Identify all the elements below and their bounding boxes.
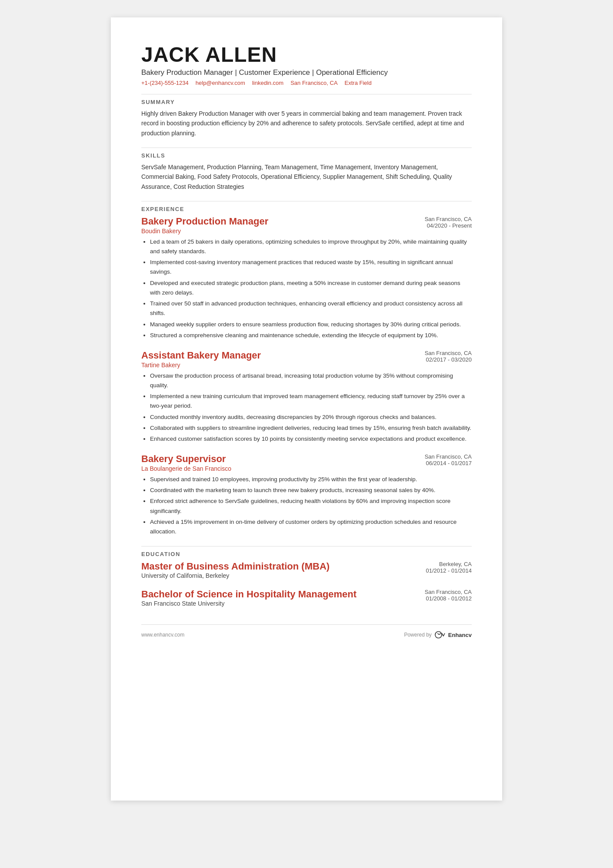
experience-label: EXPERIENCE: [141, 206, 472, 212]
contact-info: +1-(234)-555-1234 help@enhancv.com linke…: [141, 80, 472, 86]
contact-linkedin: linkedin.com: [252, 80, 283, 86]
education-section: EDUCATION Master of Business Administrat…: [141, 551, 472, 607]
summary-section: SUMMARY Highly driven Bakery Production …: [141, 99, 472, 138]
job-bullets: Oversaw the production process of artisa…: [141, 371, 472, 444]
contact-email: help@enhancv.com: [196, 80, 245, 86]
edu-location: Berkeley, CA: [393, 561, 472, 567]
job-bullets: Led a team of 25 bakers in daily operati…: [141, 237, 472, 341]
education-label: EDUCATION: [141, 551, 472, 557]
job-title: Bakery Production Manager: [141, 216, 268, 227]
entry-header: Bakery Supervisor La Boulangerie de San …: [141, 453, 472, 474]
resume-page: JACK ALLEN Bakery Production Manager | C…: [111, 17, 502, 801]
footer-powered: Powered by Enhancv: [404, 631, 472, 639]
summary-label: SUMMARY: [141, 99, 472, 105]
job-dates: 04/2020 - Present: [393, 222, 472, 229]
edu-header: Master of Business Administration (MBA) …: [141, 561, 472, 579]
company-name: Boudin Bakery: [141, 228, 268, 235]
experience-entry: Bakery Production Manager Boudin Bakery …: [141, 216, 472, 340]
company-name: La Boulangerie de San Francisco: [141, 465, 231, 472]
bullet-item: Enhanced customer satisfaction scores by…: [150, 434, 472, 444]
summary-text: Highly driven Bakery Production Manager …: [141, 109, 472, 138]
edu-location-date: San Francisco, CA 01/2008 - 01/2012: [393, 589, 472, 602]
header-divider: [141, 94, 472, 94]
education-entries: Master of Business Administration (MBA) …: [141, 561, 472, 607]
edu-location-date: Berkeley, CA 01/2012 - 01/2014: [393, 561, 472, 574]
candidate-name: JACK ALLEN: [141, 44, 472, 67]
entry-location-date: San Francisco, CA 06/2014 - 01/2017: [393, 453, 472, 466]
job-title: Assistant Bakery Manager: [141, 350, 261, 361]
education-entry: Bachelor of Science in Hospitality Manag…: [141, 589, 472, 607]
entry-header: Bakery Production Manager Boudin Bakery …: [141, 216, 472, 237]
brand-name: Enhancv: [448, 632, 472, 638]
bullet-item: Trained over 50 staff in advanced produc…: [150, 299, 472, 318]
bullet-item: Structured a comprehensive cleaning and …: [150, 331, 472, 340]
edu-dates: 01/2012 - 01/2014: [393, 567, 472, 574]
skills-section: SKILLS ServSafe Management, Production P…: [141, 152, 472, 191]
bullet-item: Implemented cost-saving inventory manage…: [150, 258, 472, 277]
job-dates: 06/2014 - 01/2017: [393, 460, 472, 466]
contact-extra: Extra Field: [345, 80, 372, 86]
school-name: University of California, Berkeley: [141, 572, 330, 579]
footer: www.enhancv.com Powered by Enhancv: [141, 624, 472, 639]
bullet-item: Coordinated with the marketing team to l…: [150, 486, 472, 495]
education-entry: Master of Business Administration (MBA) …: [141, 561, 472, 579]
bullet-item: Led a team of 25 bakers in daily operati…: [150, 237, 472, 257]
edu-header: Bachelor of Science in Hospitality Manag…: [141, 589, 472, 607]
experience-entry: Bakery Supervisor La Boulangerie de San …: [141, 453, 472, 536]
school-name: San Francisco State University: [141, 600, 356, 607]
contact-phone: +1-(234)-555-1234: [141, 80, 189, 86]
bullet-item: Conducted monthly inventory audits, decr…: [150, 412, 472, 422]
header-section: JACK ALLEN Bakery Production Manager | C…: [141, 44, 472, 86]
entry-location-date: San Francisco, CA 04/2020 - Present: [393, 216, 472, 229]
degree-title: Bachelor of Science in Hospitality Manag…: [141, 589, 356, 600]
enhancv-logo: Enhancv: [434, 631, 472, 639]
skills-label: SKILLS: [141, 152, 472, 159]
experience-entry: Assistant Bakery Manager Tartine Bakery …: [141, 350, 472, 444]
experience-section: EXPERIENCE Bakery Production Manager Bou…: [141, 206, 472, 536]
enhancv-logo-icon: [434, 631, 446, 639]
experience-entries: Bakery Production Manager Boudin Bakery …: [141, 216, 472, 536]
svg-point-0: [435, 632, 442, 638]
entry-header: Assistant Bakery Manager Tartine Bakery …: [141, 350, 472, 371]
bullet-item: Oversaw the production process of artisa…: [150, 371, 472, 391]
edu-location: San Francisco, CA: [393, 589, 472, 595]
bullet-item: Managed weekly supplier orders to ensure…: [150, 320, 472, 329]
bullet-item: Implemented a new training curriculum th…: [150, 392, 472, 411]
edu-dates: 01/2008 - 01/2012: [393, 595, 472, 602]
bullet-item: Achieved a 15% improvement in on-time de…: [150, 517, 472, 537]
job-location: San Francisco, CA: [393, 453, 472, 460]
bullet-item: Supervised and trained 10 employees, imp…: [150, 475, 472, 484]
contact-location: San Francisco, CA: [290, 80, 337, 86]
job-location: San Francisco, CA: [393, 350, 472, 356]
skills-divider: [141, 201, 472, 201]
candidate-title: Bakery Production Manager | Customer Exp…: [141, 68, 472, 77]
degree-title: Master of Business Administration (MBA): [141, 561, 330, 572]
bullet-item: Enforced strict adherence to ServSafe gu…: [150, 496, 472, 516]
summary-divider: [141, 147, 472, 148]
entry-location-date: San Francisco, CA 02/2017 - 03/2020: [393, 350, 472, 363]
skills-text: ServSafe Management, Production Planning…: [141, 162, 472, 191]
bullet-item: Developed and executed strategic product…: [150, 278, 472, 298]
company-name: Tartine Bakery: [141, 362, 261, 369]
footer-url: www.enhancv.com: [141, 632, 184, 638]
job-dates: 02/2017 - 03/2020: [393, 356, 472, 363]
bullet-item: Collaborated with suppliers to streamlin…: [150, 423, 472, 433]
job-title: Bakery Supervisor: [141, 453, 231, 465]
experience-divider: [141, 546, 472, 546]
job-bullets: Supervised and trained 10 employees, imp…: [141, 475, 472, 537]
powered-by-text: Powered by: [404, 632, 431, 638]
job-location: San Francisco, CA: [393, 216, 472, 222]
